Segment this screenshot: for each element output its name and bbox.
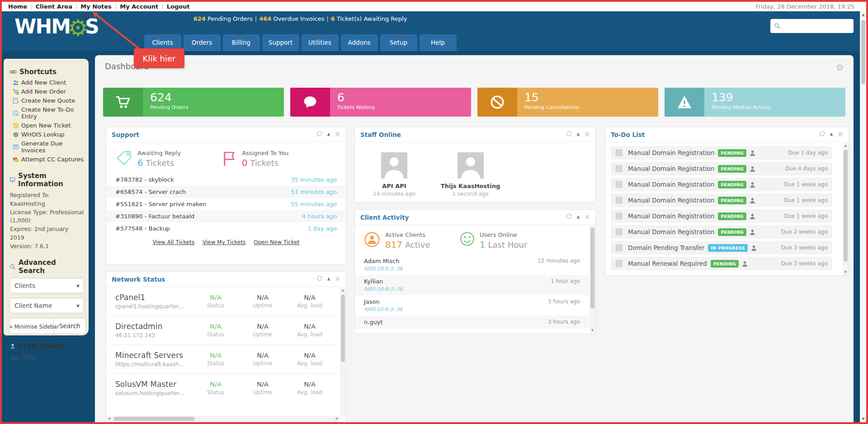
header-search-input[interactable] xyxy=(781,23,850,29)
card-tickets-waiting[interactable]: 6Tickets Waiting xyxy=(290,88,471,117)
ticket-row[interactable]: #577548 - Backup1 day ago xyxy=(106,222,346,235)
panel-vertical-scrollbar[interactable]: ▼ xyxy=(590,226,595,334)
todo-checkbox[interactable] xyxy=(615,212,623,220)
scroll-up-icon[interactable]: ▲ xyxy=(860,11,866,18)
collapse-icon[interactable]: ∧ xyxy=(576,215,580,220)
server-name-link[interactable]: SolusVM Mastersolusvm.hostingquarter... xyxy=(115,380,192,396)
topbar-link-my-notes[interactable]: My Notes xyxy=(79,3,113,10)
tab-support[interactable]: Support xyxy=(262,34,299,51)
refresh-icon[interactable] xyxy=(819,131,825,138)
client-name-link[interactable]: Kyllianfd00:10:8:3::36 xyxy=(364,278,551,292)
ticket-row[interactable]: #783782 - skyblock35 minutes ago xyxy=(106,174,346,186)
stat-overdue-invoices[interactable]: 464 Overdue Invoices xyxy=(259,15,324,22)
stat-pending-orders[interactable]: 624 Pending Orders xyxy=(193,15,253,22)
todo-row[interactable]: Manual Domain Registration PENDING Due 1… xyxy=(611,178,832,191)
todo-row[interactable]: Manual Domain Registration PENDING Due 1… xyxy=(611,146,832,160)
collapse-icon[interactable]: ∧ xyxy=(829,132,833,137)
todo-checkbox[interactable] xyxy=(615,181,623,188)
close-icon[interactable]: × xyxy=(837,131,843,138)
refresh-icon[interactable] xyxy=(566,131,572,138)
scrollbar-thumb[interactable] xyxy=(590,227,594,309)
sidebar-item-add-new-client[interactable]: Add New Client xyxy=(13,79,84,86)
todo-row[interactable]: Manual Domain Registration PENDING Due 2… xyxy=(611,225,832,239)
tab-setup[interactable]: Setup xyxy=(380,34,417,51)
scroll-up-icon[interactable]: ▲ xyxy=(843,143,849,149)
page-vertical-scrollbar[interactable]: ▲ ▼ xyxy=(860,11,866,422)
server-name-link[interactable]: cPanel1cpanel1.hostingquarter... xyxy=(115,293,192,310)
scroll-left-icon[interactable]: ◀ xyxy=(106,416,112,422)
ticket-row[interactable]: #658574 - Server crach51 minutes ago xyxy=(106,186,346,198)
collapse-icon[interactable]: ∧ xyxy=(326,132,330,137)
advanced-search-field-select[interactable]: Client Name▼ xyxy=(9,298,84,313)
todo-row[interactable]: Manual Domain Registration PENDING Due 4… xyxy=(611,162,832,175)
scroll-down-icon[interactable]: ▼ xyxy=(843,269,849,275)
scrollbar-thumb[interactable] xyxy=(861,20,865,84)
dashboard-settings-gear-icon[interactable]: ⚙ xyxy=(836,62,844,72)
server-name-link[interactable]: Directadmin46.21.172.143 xyxy=(115,322,192,339)
todo-checkbox[interactable] xyxy=(615,149,623,156)
view-all-tickets-link[interactable]: View All Tickets xyxy=(152,239,194,245)
todo-row[interactable]: Manual Domain Registration PENDING Due 1… xyxy=(611,209,832,223)
sidebar-item-create-todo-entry[interactable]: Create New To-Do Entry xyxy=(13,106,84,120)
topbar-link-client-area[interactable]: Client Area xyxy=(34,3,74,10)
system-information-header: System Information xyxy=(9,172,84,188)
close-icon[interactable]: × xyxy=(335,131,340,138)
sidebar-item-whois-lookup[interactable]: WHOIS Lookup xyxy=(13,131,84,138)
tab-help[interactable]: Help xyxy=(420,34,457,51)
client-name-link[interactable]: Jasonfd00:10:8:3::36 xyxy=(364,298,548,312)
header-search[interactable] xyxy=(770,19,854,33)
open-new-ticket-link[interactable]: Open New Ticket xyxy=(254,239,299,245)
panel-horizontal-scrollbar[interactable]: ◀ ▶ xyxy=(106,416,340,422)
card-pending-orders[interactable]: 624Pending Orders xyxy=(103,88,284,117)
tab-orders[interactable]: Orders xyxy=(184,34,221,51)
close-icon[interactable]: × xyxy=(584,131,590,138)
tab-addons[interactable]: Addons xyxy=(341,34,378,51)
ticket-row[interactable]: #310890 - Factuur betaald4 hours ago xyxy=(106,210,346,222)
tab-utilities[interactable]: Utilities xyxy=(302,34,339,51)
todo-row[interactable]: Manual Domain Registration PENDING Due 1… xyxy=(611,193,832,207)
client-name-link[interactable]: Adam Mischfd00:10:8:3::36 xyxy=(364,258,538,272)
todo-checkbox[interactable] xyxy=(615,244,623,251)
view-my-tickets-link[interactable]: View My Tickets xyxy=(203,239,245,245)
client-name-link[interactable]: n.guyt xyxy=(364,319,548,325)
stat-tickets-awaiting[interactable]: 6 Ticket(s) Awaiting Reply xyxy=(331,15,407,22)
panel-vertical-scrollbar[interactable]: ▲ xyxy=(340,287,346,416)
card-pending-module-actions[interactable]: 139Pending Module Actions xyxy=(665,88,845,117)
refresh-icon[interactable] xyxy=(566,214,572,221)
topbar-link-home[interactable]: Home xyxy=(6,3,29,10)
sidebar-item-generate-due-invoices[interactable]: Generate Due Invoices xyxy=(13,140,84,154)
todo-checkbox[interactable] xyxy=(615,228,623,236)
collapse-icon[interactable]: ∧ xyxy=(326,277,330,282)
whmcs-logo[interactable]: WHM⚙⚙S xyxy=(14,15,99,41)
topbar-link-my-account[interactable]: My Account xyxy=(118,3,160,10)
todo-checkbox[interactable] xyxy=(615,165,623,172)
scroll-down-icon[interactable]: ▼ xyxy=(590,328,595,334)
todo-checkbox[interactable] xyxy=(615,260,623,267)
card-pending-cancellations[interactable]: 15Pending Cancellations xyxy=(477,88,658,117)
panel-vertical-scrollbar[interactable]: ▲ ▼ xyxy=(843,143,849,275)
todo-checkbox[interactable] xyxy=(615,197,623,204)
collapse-icon[interactable]: ∧ xyxy=(576,132,580,137)
scroll-up-icon[interactable]: ▲ xyxy=(340,287,346,293)
scroll-right-icon[interactable]: ▶ xyxy=(334,416,340,422)
sidebar-item-add-new-order[interactable]: Add New Order xyxy=(13,88,84,95)
topbar-link-logout[interactable]: Logout xyxy=(165,3,192,10)
close-icon[interactable]: × xyxy=(584,214,590,221)
minimise-sidebar[interactable]: « Minimise Sidebar xyxy=(9,324,59,330)
advanced-search-category-select[interactable]: Clients▼ xyxy=(9,278,84,293)
todo-row[interactable]: Manual Renewal Required PENDING Due 3 we… xyxy=(611,257,832,270)
todo-row[interactable]: Domain Pending Transfer IN PROGRESS Due … xyxy=(611,241,832,254)
sidebar-item-open-new-ticket[interactable]: Open New Ticket xyxy=(13,122,84,129)
refresh-icon[interactable] xyxy=(316,276,322,283)
refresh-icon[interactable] xyxy=(316,131,322,138)
sidebar-item-attempt-cc-captures[interactable]: Attempt CC Captures xyxy=(13,156,84,163)
scrollbar-thumb[interactable] xyxy=(341,294,345,362)
ticket-row[interactable]: #551621 - Server privé maken55 minutes a… xyxy=(106,198,346,210)
server-name-link[interactable]: Minecraft Servershttps://multicraft.kaas… xyxy=(115,351,192,367)
scroll-down-icon[interactable]: ▼ xyxy=(860,415,866,422)
sidebar-item-create-new-quote[interactable]: Create New Quote xyxy=(13,97,84,104)
scrollbar-thumb[interactable] xyxy=(113,417,195,421)
scrollbar-thumb[interactable] xyxy=(844,150,848,262)
tab-billing[interactable]: Billing xyxy=(223,34,260,51)
close-icon[interactable]: × xyxy=(335,276,340,283)
